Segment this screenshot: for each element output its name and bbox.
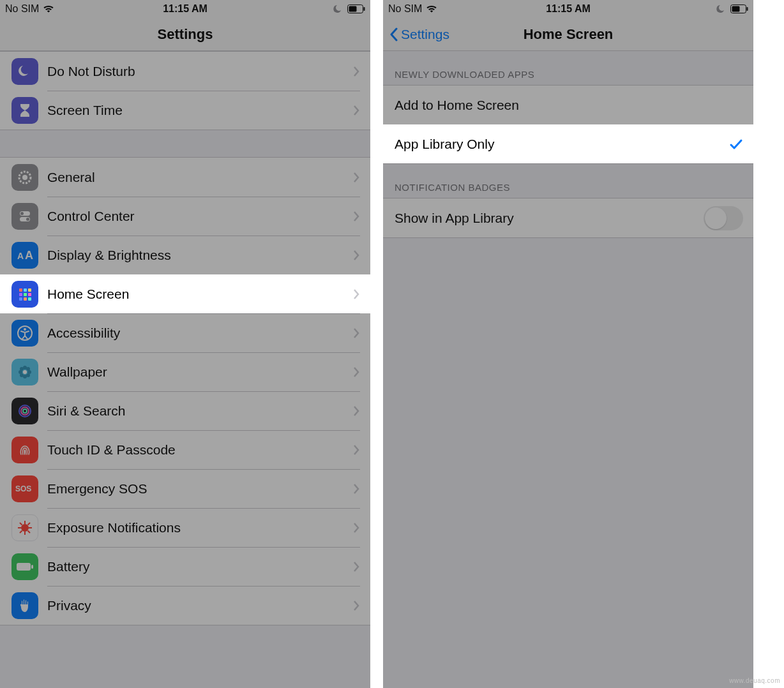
svg-rect-48 — [747, 7, 748, 11]
switch-off[interactable] — [704, 206, 743, 230]
row-label: Home Screen — [47, 287, 352, 302]
section-header-notification-badges: Notification Badges — [383, 164, 753, 198]
svg-point-28 — [20, 373, 24, 377]
battery-icon — [347, 4, 365, 13]
svg-rect-11 — [19, 288, 22, 292]
aa-icon: AA — [11, 242, 38, 269]
settings-row-control-center[interactable]: Control Center — [0, 197, 370, 236]
chevron-right-icon — [352, 250, 360, 261]
back-button[interactable]: Settings — [389, 27, 449, 42]
settings-row-general[interactable]: General — [0, 158, 370, 197]
moon-icon — [11, 58, 38, 85]
svg-text:SOS: SOS — [15, 484, 31, 493]
settings-row-wallpaper[interactable]: Wallpaper — [0, 352, 370, 391]
carrier-label: No SIM — [388, 3, 422, 15]
chevron-right-icon — [352, 600, 360, 611]
settings-row-home-screen[interactable]: Home Screen — [0, 274, 370, 313]
settings-row-emergency-sos[interactable]: SOS Emergency SOS — [0, 469, 370, 508]
svg-point-33 — [23, 409, 27, 413]
chevron-right-icon — [352, 444, 360, 456]
svg-line-41 — [28, 530, 31, 533]
hand-icon — [11, 592, 38, 619]
option-label: Add to Home Screen — [395, 98, 743, 113]
settings-row-battery[interactable]: Battery — [0, 547, 370, 586]
chevron-right-icon — [352, 327, 360, 339]
settings-row-accessibility[interactable]: Accessibility — [0, 313, 370, 352]
svg-line-40 — [20, 523, 22, 525]
phone-settings: No SIM 11:15 AM Settings Do Not Disturb — [0, 0, 370, 688]
phone-home-screen-settings: No SIM 11:15 AM Settings Home Screen New… — [383, 0, 753, 688]
status-bar: No SIM 11:15 AM — [383, 0, 753, 18]
option-label: App Library Only — [395, 137, 729, 152]
row-label: Siri & Search — [47, 403, 352, 419]
carrier-label: No SIM — [5, 3, 39, 15]
row-label: Screen Time — [47, 103, 352, 118]
svg-rect-17 — [19, 297, 22, 301]
toggle-show-in-app-library[interactable]: Show in App Library — [383, 198, 753, 237]
chevron-right-icon — [352, 561, 360, 572]
battery-icon — [11, 553, 38, 580]
svg-point-27 — [26, 367, 30, 371]
person-icon — [11, 320, 38, 347]
chevron-right-icon — [352, 172, 360, 183]
checkmark-icon — [729, 137, 743, 151]
virus-icon — [11, 514, 38, 541]
grid-icon — [11, 281, 38, 308]
row-label: Accessibility — [47, 325, 352, 341]
svg-point-30 — [23, 370, 27, 374]
settings-row-touch-id[interactable]: Touch ID & Passcode — [0, 430, 370, 469]
row-label: Control Center — [47, 209, 352, 224]
svg-rect-45 — [31, 565, 33, 569]
sos-icon: SOS — [11, 475, 38, 502]
svg-rect-15 — [24, 293, 27, 296]
option-add-to-home-screen[interactable]: Add to Home Screen — [383, 86, 753, 124]
svg-rect-2 — [364, 7, 365, 11]
row-label: Display & Brightness — [47, 248, 352, 263]
chevron-right-icon — [352, 105, 360, 116]
chevron-right-icon — [352, 483, 360, 495]
switches-icon — [11, 203, 38, 230]
settings-group-main: General Control Center AA Display & Brig… — [0, 157, 370, 625]
gear-icon — [11, 164, 38, 191]
chevron-right-icon — [352, 366, 360, 378]
svg-point-6 — [20, 212, 24, 215]
settings-group-focus: Do Not Disturb Screen Time — [0, 51, 370, 130]
siri-icon — [11, 398, 38, 424]
row-label: General — [47, 170, 352, 185]
svg-point-4 — [22, 175, 27, 180]
row-label: Privacy — [47, 598, 352, 613]
wifi-icon — [43, 4, 54, 13]
battery-icon — [730, 4, 748, 13]
svg-rect-13 — [28, 288, 31, 292]
nav-bar: Settings Home Screen — [383, 18, 753, 51]
settings-row-do-not-disturb[interactable]: Do Not Disturb — [0, 52, 370, 91]
svg-rect-19 — [28, 297, 31, 301]
row-label: Touch ID & Passcode — [47, 442, 352, 458]
section-header-newly-downloaded: Newly Downloaded Apps — [383, 51, 753, 85]
status-bar: No SIM 11:15 AM — [0, 0, 370, 18]
svg-point-8 — [26, 218, 29, 221]
svg-point-32 — [21, 407, 29, 415]
chevron-right-icon — [352, 405, 360, 417]
svg-line-43 — [20, 530, 22, 533]
svg-rect-44 — [17, 563, 31, 571]
chevron-right-icon — [352, 211, 360, 222]
settings-row-screen-time[interactable]: Screen Time — [0, 91, 370, 130]
row-label: Wallpaper — [47, 364, 352, 380]
watermark: www.deuaq.com — [729, 677, 780, 684]
settings-row-exposure-notifications[interactable]: Exposure Notifications — [0, 508, 370, 547]
settings-row-privacy[interactable]: Privacy — [0, 586, 370, 625]
option-app-library-only[interactable]: App Library Only — [383, 124, 753, 163]
clock-label: 11:15 AM — [163, 3, 207, 15]
chevron-right-icon — [352, 288, 360, 300]
settings-row-display-brightness[interactable]: AA Display & Brightness — [0, 236, 370, 274]
row-label: Battery — [47, 559, 352, 574]
svg-point-26 — [20, 367, 24, 371]
spacer — [0, 130, 370, 157]
nav-bar: Settings — [0, 18, 370, 51]
svg-point-21 — [24, 328, 26, 331]
settings-row-siri-search[interactable]: Siri & Search — [0, 391, 370, 430]
flower-icon — [11, 359, 38, 385]
svg-line-42 — [28, 523, 31, 525]
row-label: Exposure Notifications — [47, 520, 352, 535]
